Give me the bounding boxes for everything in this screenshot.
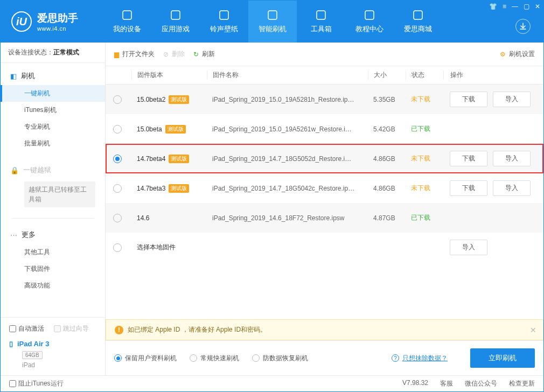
firmware-size: 4.87GB [368, 214, 406, 222]
sidebar-item[interactable]: 专业刷机 [1, 118, 105, 135]
firmware-status: 未下载 [406, 184, 443, 193]
firmware-status: 未下载 [406, 95, 443, 104]
download-button[interactable]: 下载 [450, 151, 487, 166]
row-radio[interactable] [113, 184, 122, 193]
nav-item-4[interactable]: 工具箱 [297, 1, 345, 43]
connection-status: 设备连接状态：正常模式 [1, 43, 105, 63]
toolbar: ▆ 打开文件夹 ⊘ 删除 ↻ 刷新 ⚙ 刷机设置 [106, 43, 543, 66]
logo-icon: iU [11, 11, 32, 32]
footer-link-update[interactable]: 检查更新 [509, 379, 535, 388]
col-status: 状态 [406, 71, 443, 80]
firmware-version: 14.6 [137, 214, 149, 222]
menu-icon[interactable]: ≡ [503, 3, 506, 10]
sidebar-item[interactable]: 一键刷机 [1, 85, 105, 102]
help-icon: ? [392, 354, 399, 362]
skip-guide-checkbox[interactable]: 跳过向导 [54, 324, 89, 333]
firmware-row[interactable]: 14.7beta3测试版 iPad_Spring_2019_14.7_18G50… [106, 173, 543, 203]
close-notice-icon[interactable]: ✕ [530, 326, 536, 334]
nav-item-5[interactable]: 教程中心 [345, 1, 394, 43]
firmware-row[interactable]: 选择本地固件 导入 [106, 233, 543, 262]
firmware-size: 5.42GB [368, 125, 406, 133]
firmware-size: 4.86GB [368, 155, 406, 163]
firmware-name: iPad_Spring_2019_14.7_18G5042c_Restore.i… [207, 185, 368, 192]
erase-link[interactable]: ? 只想抹除数据？ [392, 354, 448, 363]
firmware-row[interactable]: 15.0beta2测试版 iPad_Spring_2019_15.0_19A52… [106, 85, 543, 114]
warning-icon: ! [115, 326, 123, 334]
device-icon: ▯ [9, 340, 13, 348]
firmware-size: 5.35GB [368, 96, 406, 103]
flash-options-bar: 保留用户资料刷机常规快速刷机防数据恢复刷机 ? 只想抹除数据？ 立即刷机 [106, 340, 543, 375]
device-storage-badge: 64GB [22, 351, 43, 359]
nav-icon [412, 9, 424, 21]
open-folder-button[interactable]: ▆ 打开文件夹 [114, 50, 155, 59]
jailbreak-note: 越狱工具已转移至工具箱 [24, 181, 95, 207]
sidebar-section-flash[interactable]: ◧ 刷机 [1, 68, 105, 85]
flash-option[interactable]: 防数据恢复刷机 [252, 354, 308, 363]
firmware-row[interactable]: 14.6 iPad_Spring_2019_14.6_18F72_Restore… [106, 203, 543, 233]
beta-badge: 测试版 [169, 184, 189, 193]
col-ops: 操作 [443, 71, 535, 80]
import-button[interactable]: 导入 [493, 180, 531, 196]
radio-icon [252, 354, 260, 362]
sidebar-item[interactable]: 其他工具 [1, 244, 105, 261]
beta-badge: 测试版 [169, 155, 189, 163]
firmware-name: iPad_Spring_2019_15.0_19A5281h_Restore.i… [207, 96, 368, 103]
firmware-row[interactable]: 15.0beta测试版 iPad_Spring_2019_15.0_19A526… [106, 114, 543, 144]
device-type: iPad [9, 361, 96, 369]
firmware-version: 14.7beta4 [137, 155, 165, 163]
minimize-icon[interactable]: — [512, 3, 518, 10]
firmware-version: 选择本地固件 [137, 243, 176, 252]
import-button[interactable]: 导入 [450, 240, 487, 255]
flash-option[interactable]: 常规快速刷机 [190, 354, 239, 363]
nav-icon [364, 9, 375, 21]
device-name[interactable]: ▯ iPad Air 3 [9, 340, 96, 348]
maximize-icon[interactable]: ▢ [524, 3, 529, 10]
sidebar-item[interactable]: 批量刷机 [1, 135, 105, 152]
download-button[interactable]: 下载 [450, 180, 487, 196]
auto-activate-checkbox[interactable]: 自动激活 [9, 324, 44, 333]
footer-link-wechat[interactable]: 微信公众号 [465, 379, 497, 388]
nav-item-6[interactable]: 爱思商城 [394, 1, 442, 43]
footer-link-support[interactable]: 客服 [440, 379, 453, 388]
firmware-name: iPad_Spring_2019_14.6_18F72_Restore.ipsw [207, 214, 368, 222]
nav-item-3[interactable]: 智能刷机 [248, 1, 297, 43]
firmware-name: iPad_Spring_2019_15.0_19A5261w_Restore.i… [207, 125, 368, 133]
sidebar-item[interactable]: iTunes刷机 [1, 102, 105, 118]
nav-icon [218, 9, 230, 21]
flash-option[interactable]: 保留用户资料刷机 [114, 354, 177, 363]
import-button[interactable]: 导入 [493, 151, 531, 166]
apple-id-notice: ! 如已绑定 Apple ID ，请准备好 Apple ID和密码。 ✕ [106, 319, 543, 340]
col-name: 固件名称 [207, 71, 368, 80]
delete-icon: ⊘ [163, 51, 169, 58]
nav-item-0[interactable]: 我的设备 [103, 1, 151, 43]
nav-item-2[interactable]: 铃声壁纸 [200, 1, 248, 43]
close-icon[interactable]: ✕ [535, 3, 540, 10]
svg-rect-1 [171, 11, 180, 19]
logo: iU 爱思助手 www.i4.cn [1, 11, 103, 32]
sidebar-item[interactable]: 下载固件 [1, 261, 105, 277]
firmware-row[interactable]: 14.7beta4测试版 iPad_Spring_2019_14.7_18G50… [106, 144, 543, 173]
block-itunes-checkbox[interactable]: 阻止iTunes运行 [9, 379, 64, 388]
firmware-version: 14.7beta3 [137, 185, 165, 192]
row-radio[interactable] [113, 243, 122, 252]
svg-rect-6 [414, 11, 422, 19]
flash-now-button[interactable]: 立即刷机 [470, 348, 535, 368]
app-domain: www.i4.cn [37, 25, 78, 32]
refresh-button[interactable]: ↻ 刷新 [193, 50, 215, 59]
import-button[interactable]: 导入 [493, 92, 531, 107]
row-radio[interactable] [113, 125, 122, 134]
nav-item-1[interactable]: 应用游戏 [151, 1, 200, 43]
shirt-icon[interactable]: 👕 [489, 3, 497, 10]
sidebar: 设备连接状态：正常模式 ◧ 刷机 一键刷机iTunes刷机专业刷机批量刷机 🔒 … [1, 43, 106, 375]
download-manager-icon[interactable] [515, 19, 531, 34]
row-radio[interactable] [113, 155, 122, 163]
sidebar-section-more[interactable]: ⋯ 更多 [1, 227, 105, 244]
download-button[interactable]: 下载 [450, 92, 487, 107]
sidebar-item[interactable]: 高级功能 [1, 277, 105, 294]
row-radio[interactable] [113, 214, 122, 222]
flash-settings-button[interactable]: ⚙ 刷机设置 [500, 50, 535, 59]
row-radio[interactable] [113, 95, 122, 104]
firmware-status: 已下载 [406, 213, 443, 222]
beta-badge: 测试版 [169, 95, 189, 104]
radio-icon [190, 354, 197, 362]
